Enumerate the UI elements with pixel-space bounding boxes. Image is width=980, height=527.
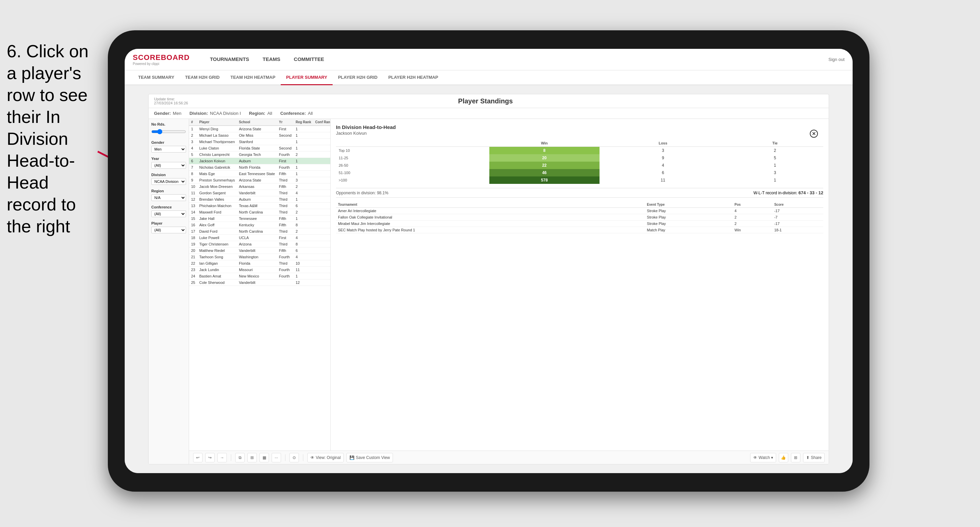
cell-conf — [313, 235, 331, 241]
redo-button[interactable]: ↪ — [205, 453, 215, 462]
clock-button[interactable]: ⊙ — [290, 453, 299, 462]
t-cell-type: Match Play — [645, 227, 733, 233]
watch-button[interactable]: 👁 Watch ▾ — [750, 453, 776, 462]
player-sidebar-select[interactable]: (All) — [151, 227, 186, 233]
tab-team-summary[interactable]: TEAM SUMMARY — [133, 70, 180, 85]
share-button[interactable]: ⬆ Share — [803, 453, 825, 462]
cell-num: 7 — [189, 164, 197, 171]
cell-yr: First — [277, 235, 294, 241]
grid-button[interactable]: ⊞ — [791, 453, 800, 462]
paste-button[interactable]: ⊞ — [247, 453, 257, 462]
h2h-cell-loss: 9 — [600, 154, 727, 162]
cell-reg: 1 — [294, 132, 313, 139]
table-row[interactable]: 21 Taehoon Song Washington Fourth 4 23 1 — [189, 254, 331, 260]
table-row[interactable]: 24 Bastien Amat New Mexico Fourth 1 27 2 — [189, 273, 331, 279]
cell-yr: Fifth — [277, 216, 294, 222]
cell-num: 20 — [189, 248, 197, 254]
col-yr: Yr — [277, 119, 294, 125]
save-custom-view-button[interactable]: 💾 Save Custom View — [347, 453, 393, 462]
t-col-type: Event Type — [645, 202, 733, 208]
cell-conf — [313, 184, 331, 190]
tab-player-h2h-heatmap[interactable]: PLAYER H2H HEATMAP — [383, 70, 444, 85]
cell-reg: 1 — [294, 196, 313, 203]
undo-button[interactable]: ↩ — [193, 453, 202, 462]
cell-yr: Third — [277, 196, 294, 203]
nav-tournaments[interactable]: TOURNAMENTS — [203, 49, 256, 70]
table-row[interactable]: 18 Luke Powell UCLA First 4 24 1 — [189, 235, 331, 241]
table-row[interactable]: 16 Alex Goff Kentucky Fifth 8 19 0 — [189, 222, 331, 228]
cell-school: Vanderbilt — [237, 190, 277, 196]
logo-text: SCOREBOARD — [133, 53, 190, 62]
h2h-row: 11-25 20 9 5 — [336, 154, 823, 162]
h2h-close-button[interactable]: ✕ — [810, 130, 818, 138]
table-row[interactable]: 25 Cole Sherwood Vanderbilt 12 23 1 — [189, 279, 331, 286]
nav-teams[interactable]: TEAMS — [256, 49, 287, 70]
table-row[interactable]: 10 Jacob Moe-Dreesen Arkansas Fifth 2 25… — [189, 184, 331, 190]
h2h-cell-tie: 3 — [727, 169, 823, 176]
region-sidebar-select[interactable]: N/A — [151, 194, 186, 201]
more-button[interactable]: ··· — [272, 453, 281, 462]
table-row[interactable]: 6 Jackson Koivun Auburn First 1 24 1 — [189, 158, 331, 164]
table-row[interactable]: 22 Ian Gilligan Florida Third 10 24 1 — [189, 260, 331, 267]
no-rds-slider[interactable] — [151, 129, 186, 134]
table-row[interactable]: 3 Michael Thorbjornsen Stanford 1 8 1 — [189, 139, 331, 145]
table-row[interactable]: 23 Jack Lundin Missouri Fourth 11 24 1 — [189, 267, 331, 273]
copy-button[interactable]: ⧉ — [235, 453, 245, 462]
cell-num: 3 — [189, 139, 197, 145]
tab-player-h2h-grid[interactable]: PLAYER H2H GRID — [332, 70, 383, 85]
format-button[interactable]: ▦ — [259, 453, 269, 462]
cell-reg: 2 — [294, 184, 313, 190]
cell-conf — [313, 171, 331, 177]
toolbar-divider-3 — [303, 454, 303, 461]
table-row[interactable]: 2 Michael La Sasso Ole Miss Second 1 19 … — [189, 132, 331, 139]
cell-yr: Third — [277, 203, 294, 209]
division-sidebar-select[interactable]: NCAA Division I — [151, 178, 186, 185]
t-cell-name: SEC Match Play hosted by Jerry Pate Roun… — [336, 227, 645, 233]
cell-player: Gordon Sargent — [197, 190, 237, 196]
table-row[interactable]: 5 Christo Lamprecht Georgia Tech Fourth … — [189, 152, 331, 158]
table-row[interactable]: 15 Jake Hall Tennessee Fifth 1 26 1 — [189, 216, 331, 222]
year-sidebar-select[interactable]: (All) — [151, 162, 186, 169]
tab-team-h2h-heatmap[interactable]: TEAM H2H HEATMAP — [225, 70, 281, 85]
thumb-up-button[interactable]: 👍 — [779, 453, 788, 462]
table-row[interactable]: 13 Phichaksn Maichon Texas A&M Third 6 3… — [189, 203, 331, 209]
region-sidebar-filter: Region N/A — [151, 189, 186, 201]
nav-committee[interactable]: COMMITTEE — [287, 49, 331, 70]
bottom-toolbar: ↩ ↪ → ⧉ ⊞ ▦ ··· ⊙ 👁 — [189, 451, 829, 464]
table-row[interactable]: 14 Maxwell Ford North Carolina Third 2 2… — [189, 209, 331, 216]
conference-sidebar-select[interactable]: (All) — [151, 211, 186, 217]
forward-button[interactable]: → — [217, 453, 227, 462]
table-row[interactable]: 12 Brendan Valles Auburn Third 1 27 0 — [189, 196, 331, 203]
table-row[interactable]: 8 Mats Ege East Tennessee State Fifth 1 … — [189, 171, 331, 177]
cell-conf — [313, 228, 331, 235]
cell-num: 2 — [189, 132, 197, 139]
table-row[interactable]: 19 Tiger Christensen Arizona Third 8 23 … — [189, 241, 331, 248]
tournament-row: Amer Ari Intercollegiate Stroke Play 4 -… — [336, 208, 823, 214]
tab-team-h2h-grid[interactable]: TEAM H2H GRID — [180, 70, 225, 85]
dashboard-card: Update time: 27/03/2024 16:56:26 Player … — [148, 94, 829, 464]
cell-conf — [313, 216, 331, 222]
region-value: All — [267, 111, 272, 116]
year-sidebar-label: Year — [151, 157, 186, 160]
cell-num: 16 — [189, 222, 197, 228]
cell-school: Tennessee — [237, 216, 277, 222]
cell-player: Wenyi Ding — [197, 125, 237, 132]
table-row[interactable]: 11 Gordon Sargent Vanderbilt Third 4 21 … — [189, 190, 331, 196]
cell-player: Michael La Sasso — [197, 132, 237, 139]
table-row[interactable]: 17 David Ford North Carolina Third 2 21 … — [189, 228, 331, 235]
gender-sidebar-select[interactable]: Men — [151, 146, 186, 152]
h2h-header-row: Win Loss Tie — [336, 140, 823, 147]
player-table-area: # Player School Yr Reg Rank Conf Rank Rd… — [189, 119, 331, 451]
table-row[interactable]: 7 Nicholas Gabrelcik North Florida Fourt… — [189, 164, 331, 171]
player-table-body: 1 Wenyi Ding Arizona State First 1 11 1 … — [189, 125, 331, 286]
cell-conf — [313, 254, 331, 260]
view-original-button[interactable]: 👁 View: Original — [307, 453, 344, 462]
table-row[interactable]: 1 Wenyi Ding Arizona State First 1 11 1 — [189, 125, 331, 132]
t-cell-score: -17 — [772, 221, 823, 227]
table-row[interactable]: 4 Luke Claton Florida State Second 1 27 … — [189, 145, 331, 152]
h2h-row: >100 578 11 1 — [336, 176, 823, 184]
table-row[interactable]: 20 Matthew Riedel Vanderbilt Fifth 6 22 … — [189, 248, 331, 254]
sign-out-button[interactable]: Sign out — [828, 57, 845, 62]
table-row[interactable]: 9 Preston Summerhays Arizona State Third… — [189, 177, 331, 184]
tab-player-summary[interactable]: PLAYER SUMMARY — [281, 70, 332, 85]
